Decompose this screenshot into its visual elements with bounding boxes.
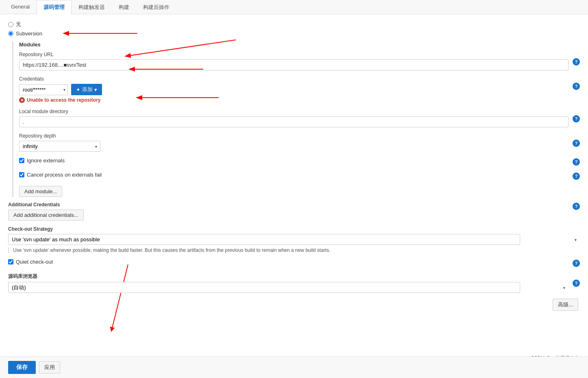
radio-svn[interactable] (8, 31, 13, 36)
source-browser-label: 源码库浏览器 (8, 273, 568, 280)
repository-url-label: Repository URL (19, 52, 54, 57)
repository-url-input[interactable]: https://192.168....■svn/Test (19, 59, 568, 70)
page-content: 无 Subversion Modules (0, 14, 588, 342)
radio-svn-label[interactable]: Subversion (16, 31, 42, 37)
cancel-process-row: Cancel process on externals fail ? (19, 172, 580, 180)
radio-none-label[interactable]: 无 (16, 21, 21, 28)
ignore-externals-label[interactable]: Ignore externals (27, 157, 65, 164)
credentials-label: Credentials (19, 76, 568, 82)
cancel-process-field: Cancel process on externals fail ? (19, 172, 580, 180)
cancel-process-checkbox[interactable] (19, 172, 24, 177)
cancel-process-label[interactable]: Cancel process on externals fail (27, 172, 102, 178)
tab-build-triggers[interactable]: 构建触发器 (72, 0, 112, 14)
advanced-btn-row: 高级... (8, 299, 580, 311)
checkout-strategy-section: Check-out Strategy Use 'svn update' as m… (8, 226, 580, 253)
quiet-checkout-checkbox[interactable] (8, 259, 13, 264)
tab-general[interactable]: General (4, 0, 37, 14)
repository-url-header: Repository URL (19, 52, 568, 57)
tab-bar: General 源码管理 构建触发器 构建 构建后操作 (0, 0, 588, 14)
repo-depth-content: Repository depth infinity empty files im… (19, 133, 568, 152)
tab-build[interactable]: 构建 (112, 0, 136, 14)
apply-button[interactable]: 应用 (39, 361, 60, 374)
local-dir-help-icon[interactable]: ? (573, 115, 580, 122)
source-control-options: 无 Subversion (8, 21, 580, 37)
source-browser-select[interactable]: (自动) Assembla CollabNetSVN FishEyeSVN SV… (8, 282, 520, 293)
repo-depth-select[interactable]: infinity empty files immediates (19, 141, 100, 152)
error-icon: ✕ (19, 97, 25, 103)
add-additional-creds-button[interactable]: Add additional credentials... (8, 210, 84, 221)
credentials-field: Credentials root/****** ✦ 添加 ▾ (19, 76, 580, 103)
checkout-strategy-select[interactable]: Use 'svn update' as much as possible Alw… (8, 234, 520, 245)
additional-credentials-section: Additional Credentials Add additional cr… (8, 202, 580, 221)
footer-spacer (8, 311, 580, 335)
repository-url-help-icon[interactable]: ? (573, 58, 580, 66)
checkout-strategy-select-wrapper: Use 'svn update' as much as possible Alw… (8, 234, 580, 245)
add-module-row: Add module... (19, 186, 580, 197)
radio-svn-option: Subversion (8, 31, 580, 37)
arrow-annotation-svn (60, 29, 141, 37)
credentials-error: ✕ Unable to access the repository (19, 97, 568, 103)
quiet-checkout-section: Quiet check-out ? (8, 259, 580, 267)
credentials-controls: root/****** ✦ 添加 ▾ (19, 84, 568, 95)
repo-depth-label: Repository depth (19, 133, 568, 139)
ignore-externals-row: Ignore externals ? (19, 157, 580, 166)
advanced-button[interactable]: 高级... (553, 299, 578, 311)
checkout-strategy-label: Check-out Strategy (8, 226, 580, 232)
repository-url-content: Repository URL https://192.168....■svn/T… (19, 52, 568, 70)
modules-label: Modules (19, 42, 580, 48)
source-browser-help-icon[interactable]: ? (573, 280, 580, 287)
add-icon: ✦ (76, 87, 80, 93)
local-dir-content: Local module directory . (19, 109, 568, 127)
radio-none-option: 无 (8, 21, 580, 28)
local-dir-label: Local module directory (19, 109, 568, 114)
source-browser-section: 源码库浏览器 (自动) Assembla CollabNetSVN FishEy… (8, 273, 580, 293)
tab-source-management[interactable]: 源码管理 (37, 0, 72, 14)
add-credentials-button[interactable]: ✦ 添加 ▾ (71, 84, 102, 95)
save-button[interactable]: 保存 (8, 361, 36, 374)
checkout-strategy-info: Use 'svn update' whenever possible, maki… (8, 247, 580, 253)
repo-depth-help-icon[interactable]: ? (573, 140, 580, 147)
source-browser-select-wrapper: (自动) Assembla CollabNetSVN FishEyeSVN SV… (8, 282, 568, 293)
repository-url-field: Repository URL https://192.168....■svn/T… (19, 52, 580, 70)
quiet-checkout-label[interactable]: Quiet check-out (16, 259, 53, 265)
ignore-externals-help-icon[interactable]: ? (573, 158, 580, 166)
ignore-externals-option: Ignore externals (19, 157, 65, 164)
dropdown-arrow-icon: ▾ (94, 87, 97, 93)
additional-creds-help-icon[interactable]: ? (573, 203, 580, 210)
svn-section: Modules Repository URL https://192.168..… (12, 42, 580, 197)
additional-creds-content: Additional Credentials Add additional cr… (8, 202, 568, 221)
quiet-checkout-row: Quiet check-out ? (8, 259, 580, 267)
checkout-strategy-row: Check-out Strategy Use 'svn update' as m… (8, 226, 580, 253)
additional-creds-label: Additional Credentials (8, 202, 568, 208)
repo-depth-row: Repository depth infinity empty files im… (19, 133, 580, 152)
credentials-row-outer: Credentials root/****** ✦ 添加 ▾ (19, 76, 580, 103)
source-browser-content: 源码库浏览器 (自动) Assembla CollabNetSVN FishEy… (8, 273, 568, 293)
footer-bar: 保存 应用 (0, 356, 588, 378)
radio-none[interactable] (8, 22, 13, 27)
add-module-button[interactable]: Add module... (19, 186, 62, 197)
repository-url-row: Repository URL https://192.168....■svn/T… (19, 52, 580, 70)
local-dir-row: Local module directory . ? (19, 109, 580, 127)
credentials-help-icon[interactable]: ? (573, 83, 580, 90)
quiet-checkout-help-icon[interactable]: ? (573, 260, 580, 267)
cancel-process-option: Cancel process on externals fail (19, 172, 102, 178)
repo-depth-select-wrapper: infinity empty files immediates (19, 141, 100, 152)
cancel-process-help-icon[interactable]: ? (573, 173, 580, 180)
credentials-content: Credentials root/****** ✦ 添加 ▾ (19, 76, 568, 103)
credentials-select[interactable]: root/****** (19, 84, 68, 95)
quiet-checkout-option: Quiet check-out (8, 259, 53, 265)
tab-post-build[interactable]: 构建后操作 (136, 0, 176, 14)
local-dir-input[interactable]: . (19, 116, 568, 127)
checkout-strategy-content: Check-out Strategy Use 'svn update' as m… (8, 226, 580, 253)
ignore-externals-checkbox[interactable] (19, 158, 24, 163)
source-browser-row: 源码库浏览器 (自动) Assembla CollabNetSVN FishEy… (8, 273, 580, 293)
repository-depth-field: Repository depth infinity empty files im… (19, 133, 580, 152)
ignore-externals-field: Ignore externals ? (19, 157, 580, 166)
credentials-select-wrapper: root/****** (19, 84, 68, 95)
local-module-dir-field: Local module directory . ? (19, 109, 580, 127)
additional-creds-row: Additional Credentials Add additional cr… (8, 202, 580, 221)
